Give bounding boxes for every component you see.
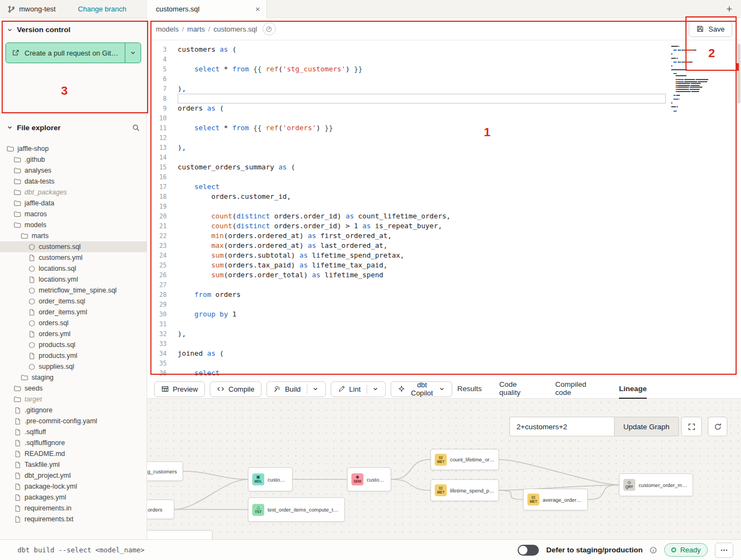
tree-item-.github[interactable]: .github xyxy=(0,154,147,165)
tree-item-jaffle-shop[interactable]: jaffle-shop xyxy=(0,143,147,154)
breadcrumb-models[interactable]: models xyxy=(156,25,179,33)
build-command[interactable]: dbt build --select <model_name> xyxy=(17,546,144,554)
tree-item-supplies.sql[interactable]: supplies.sql xyxy=(0,361,147,372)
lineage-node-average_order_value[interactable]: ▤METaverage_order_value xyxy=(523,489,588,510)
lineage-node-count_lifetime_orders[interactable]: ▤METcount_lifetime_orders xyxy=(430,449,499,470)
editor-scrollbar[interactable] xyxy=(737,44,740,104)
code-line xyxy=(178,319,670,329)
version-control-header[interactable]: Version control xyxy=(5,25,141,35)
tree-item-order_items.sql[interactable]: order_items.sql xyxy=(0,296,147,307)
line-number: 8 xyxy=(147,94,167,104)
branch-selector[interactable]: mwong-test Change branch xyxy=(0,0,147,18)
save-icon xyxy=(696,25,704,33)
tree-item-label: order_items.yml xyxy=(39,308,87,316)
file-icon xyxy=(28,309,35,316)
tree-item-metricflow_time_spine.sql[interactable]: metricflow_time_spine.sql xyxy=(0,285,147,296)
tree-item-macros[interactable]: macros xyxy=(0,209,147,220)
more-options-button[interactable] xyxy=(715,543,733,558)
tree-item-.gitignore[interactable]: .gitignore xyxy=(0,405,147,416)
tree-item-models[interactable]: models xyxy=(0,220,147,230)
defer-toggle[interactable] xyxy=(518,545,539,556)
tree-item-label: supplies.sql xyxy=(39,363,74,370)
search-icon[interactable] xyxy=(132,124,140,132)
tree-item-products.sql[interactable]: products.sql xyxy=(0,339,147,350)
tree-item-label: customers.yml xyxy=(39,254,83,261)
tree-item-.pre-commit-config.yaml[interactable]: .pre-commit-config.yaml xyxy=(0,416,147,427)
create-pull-request-button[interactable]: Create a pull request on Git… xyxy=(5,42,141,63)
close-tab-icon[interactable] xyxy=(254,6,261,13)
tab-results[interactable]: Results xyxy=(457,380,482,399)
tree-item-README.md[interactable]: README.md xyxy=(0,448,147,459)
code-line: count(distinct orders.order_id) as count… xyxy=(178,211,670,221)
tree-item-.sqlfluff[interactable]: .sqlfluff xyxy=(0,427,147,437)
breadcrumb-marts[interactable]: marts xyxy=(187,25,205,33)
tree-item-locations.sql[interactable]: locations.sql xyxy=(0,263,147,274)
file-explorer-header[interactable]: File explorer xyxy=(5,119,141,136)
lineage-node-test_order_items_compute_to_bools[interactable]: △TSTtest_order_items_compute_to_bools… xyxy=(248,497,345,522)
tree-item-seeds[interactable]: seeds xyxy=(0,383,147,394)
fullscreen-button[interactable] xyxy=(681,417,702,436)
tab-lineage[interactable]: Lineage xyxy=(619,380,647,399)
build-button[interactable]: Build xyxy=(266,381,326,397)
tree-item-jaffle-data[interactable]: jaffle-data xyxy=(0,198,147,209)
editor-tab-customers-sql[interactable]: customers.sql xyxy=(147,0,267,18)
tab-code-quality[interactable]: Code quality xyxy=(499,380,538,399)
node-label: lifetime_spend_pretax xyxy=(450,488,495,494)
tab-compiled-code[interactable]: Compiled code xyxy=(555,380,602,399)
tree-item-requirements.in[interactable]: requirements.in xyxy=(0,503,147,514)
tree-item-packages.yml[interactable]: packages.yml xyxy=(0,492,147,503)
new-tab-button[interactable] xyxy=(725,5,733,13)
change-branch-link[interactable]: Change branch xyxy=(78,5,139,13)
create-pull-request-main[interactable]: Create a pull request on Git… xyxy=(6,43,125,63)
tree-item-orders.sql[interactable]: orders.sql xyxy=(0,318,147,328)
tree-item-order_items.yml[interactable]: order_items.yml xyxy=(0,307,147,318)
preview-button[interactable]: Preview xyxy=(154,381,205,397)
tree-item-label: staging xyxy=(32,374,53,381)
tree-item-orders.yml[interactable]: orders.yml xyxy=(0,328,147,339)
tree-item-analyses[interactable]: analyses xyxy=(0,165,147,176)
tree-item-dbt_packages[interactable]: dbt_packages xyxy=(0,187,147,198)
lineage-node-customer_order_metrics[interactable]: ◎QRYcustomer_order_metrics xyxy=(619,473,693,496)
tree-item-label: marts xyxy=(32,232,48,240)
file-icon xyxy=(14,494,21,501)
info-icon[interactable] xyxy=(649,546,657,554)
line-number: 30 xyxy=(147,309,167,319)
tree-item-Taskfile.yml[interactable]: Taskfile.yml xyxy=(0,459,147,470)
model-icon xyxy=(28,320,35,327)
lineage-node-customers[interactable]: ▣MDLcustomers xyxy=(248,467,293,491)
editor-gutter: 3456789101112131415161718192021222324252… xyxy=(147,40,175,378)
lineage-node-orders[interactable]: orders xyxy=(147,500,174,519)
pull-request-dropdown[interactable] xyxy=(125,43,141,63)
tree-item-marts[interactable]: marts xyxy=(0,230,147,241)
tree-item-customers.sql[interactable]: customers.sql xyxy=(0,241,147,252)
tree-item-staging[interactable]: staging xyxy=(0,372,147,383)
tree-item-requirements.txt[interactable]: requirements.txt xyxy=(0,514,147,525)
tree-item-.sqlfluffignore[interactable]: .sqlfluffignore xyxy=(0,437,147,448)
tree-item-target[interactable]: target xyxy=(0,394,147,405)
lint-button[interactable]: Lint xyxy=(331,381,386,397)
lineage-node-stg_customers[interactable]: stg_customers xyxy=(147,461,183,481)
docs-icon[interactable] xyxy=(263,22,276,35)
refresh-button[interactable] xyxy=(708,417,727,436)
breadcrumb-file[interactable]: customers.sql xyxy=(214,25,257,33)
editor-minimap[interactable] xyxy=(671,46,721,112)
button-label: Preview xyxy=(173,385,198,393)
line-number: 6 xyxy=(147,74,167,84)
update-graph-button[interactable]: Update Graph xyxy=(615,417,679,436)
ready-status-badge[interactable]: Ready xyxy=(664,543,708,557)
lineage-node-customers[interactable]: ◆SEMcustomers xyxy=(347,467,391,491)
dbt-copilot-button[interactable]: dbt Copilot xyxy=(391,381,452,397)
tree-item-data-tests[interactable]: data-tests xyxy=(0,176,147,187)
tree-item-dbt_project.yml[interactable]: dbt_project.yml xyxy=(0,470,147,481)
tree-item-customers.yml[interactable]: customers.yml xyxy=(0,252,147,263)
tree-item-locations.yml[interactable]: locations.yml xyxy=(0,274,147,285)
tree-item-package-lock.yml[interactable]: package-lock.yml xyxy=(0,481,147,492)
tree-item-products.yml[interactable]: products.yml xyxy=(0,350,147,361)
lineage-node-lifetime_spend_pretax[interactable]: ▤METlifetime_spend_pretax xyxy=(430,479,499,501)
lineage-panel[interactable]: stg_customersorders▣MDLcustomers△TSTtest… xyxy=(147,399,741,539)
lineage-node-partial[interactable] xyxy=(147,530,212,539)
compile-button[interactable]: Compile xyxy=(210,381,262,397)
code-editor[interactable]: 3456789101112131415161718192021222324252… xyxy=(147,40,741,380)
lineage-selector-input[interactable]: 2+customers+2 xyxy=(509,417,615,436)
save-button[interactable]: Save xyxy=(689,21,732,37)
